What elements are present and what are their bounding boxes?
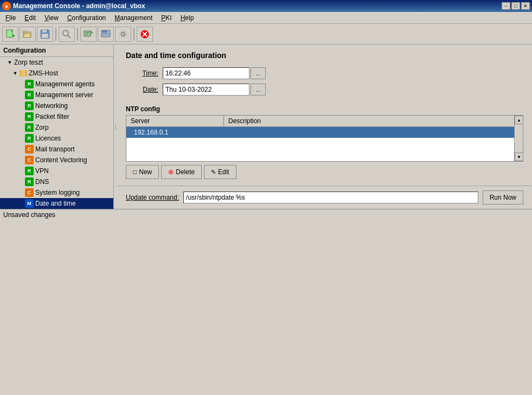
sidebar-item-mail-transport[interactable]: C Mail transport xyxy=(0,144,113,155)
content-vectoring-toggle xyxy=(16,156,25,164)
close-button[interactable]: ✕ xyxy=(521,2,530,10)
sidebar-item-system-logging[interactable]: C System logging xyxy=(0,187,113,198)
toolbar-sep-2 xyxy=(77,28,78,41)
sidebar-item-management-agents[interactable]: R Management agents xyxy=(0,79,113,90)
sidebar-item-networking[interactable]: R Networking xyxy=(0,100,113,111)
sidebar-item-dns[interactable]: R DNS xyxy=(0,176,113,187)
dns-toggle xyxy=(16,177,25,186)
networking-icon: R xyxy=(25,101,34,110)
content-vectoring-label: Content Vectoring xyxy=(35,156,87,164)
system-logging-icon: C xyxy=(25,188,34,197)
run-now-button[interactable]: Run Now xyxy=(483,190,523,205)
host-toggle[interactable]: ▼ xyxy=(11,69,20,78)
toolbar-back-btn[interactable] xyxy=(80,27,97,42)
host-label: ZMS-Host xyxy=(29,69,58,77)
edit-icon: ✎ xyxy=(211,169,216,176)
ntp-table: Server Description 192.168.0.1 ▲ xyxy=(126,115,523,162)
mail-transport-icon: C xyxy=(25,145,34,154)
menu-file[interactable]: File xyxy=(1,13,20,23)
mail-transport-toggle xyxy=(16,145,25,154)
delete-btn-label: Delete xyxy=(176,168,195,176)
ntp-table-body[interactable]: 192.168.0.1 xyxy=(126,127,523,161)
dns-label: DNS xyxy=(35,178,49,186)
edit-btn-label: Edit xyxy=(218,168,229,176)
scroll-up-btn[interactable]: ▲ xyxy=(515,116,523,124)
system-logging-toggle xyxy=(16,188,25,197)
date-input[interactable] xyxy=(163,84,249,95)
root-label: Zorp teszt xyxy=(14,59,43,66)
content-wrapper: Configuration ▼ Zorp teszt ▼ ZMS-Host R … xyxy=(0,44,532,209)
time-label: Time: xyxy=(126,69,158,77)
window-title: Management Console - admin@local_vbox xyxy=(13,2,145,10)
toolbar-search-btn[interactable] xyxy=(59,27,75,42)
zorp-toggle xyxy=(16,123,25,132)
menu-configuration[interactable]: Configuration xyxy=(63,13,110,23)
svg-point-18 xyxy=(121,33,125,36)
ntp-buttons: □ New ⊗ Delete ✎ Edit xyxy=(126,165,523,179)
dns-icon: R xyxy=(25,177,34,186)
management-server-icon: R xyxy=(25,91,34,99)
ntp-col-server: Server xyxy=(126,116,224,126)
sidebar-root[interactable]: ▼ Zorp teszt xyxy=(0,57,113,68)
minimize-button[interactable]: − xyxy=(502,2,510,10)
ntp-cell-server: 192.168.0.1 xyxy=(130,128,227,137)
vpn-label: VPN xyxy=(35,167,49,175)
status-text: Unsaved changes xyxy=(3,211,55,219)
toolbar-save-btn[interactable] xyxy=(37,27,53,42)
packet-filter-label: Packet filter xyxy=(35,113,69,120)
maximize-button[interactable]: □ xyxy=(511,2,520,10)
toolbar-open-btn[interactable] xyxy=(20,27,36,42)
delete-button[interactable]: ⊗ Delete xyxy=(161,165,202,179)
management-agents-toggle xyxy=(16,80,25,88)
sidebar-host[interactable]: ▼ ZMS-Host xyxy=(0,68,113,79)
ntp-title: NTP config xyxy=(126,105,523,113)
menu-management[interactable]: Management xyxy=(110,13,157,23)
menu-edit[interactable]: Edit xyxy=(20,13,40,23)
ntp-row[interactable]: 192.168.0.1 xyxy=(126,127,523,138)
panel-title: Date and time configuration xyxy=(126,51,523,60)
packet-filter-toggle xyxy=(16,112,25,121)
ntp-table-header: Server Description xyxy=(126,116,523,127)
sidebar-item-licences[interactable]: R Licences xyxy=(0,133,113,144)
networking-label: Networking xyxy=(35,102,68,110)
root-toggle[interactable]: ▼ xyxy=(5,58,14,67)
packet-filter-icon: R xyxy=(25,112,34,121)
menu-help[interactable]: Help xyxy=(176,13,198,23)
scroll-down-btn[interactable]: ▼ xyxy=(515,152,523,161)
menu-pki[interactable]: PKI xyxy=(157,13,176,23)
svg-marker-12 xyxy=(91,31,93,34)
date-row: Date: ... xyxy=(126,84,523,95)
networking-toggle xyxy=(16,101,25,110)
edit-button[interactable]: ✎ Edit xyxy=(204,165,236,179)
management-server-label: Management server xyxy=(35,91,93,99)
date-picker-btn[interactable]: ... xyxy=(251,84,266,95)
toolbar-sep-3 xyxy=(133,28,134,41)
toolbar-settings-btn[interactable] xyxy=(115,27,131,42)
sidebar-item-management-server[interactable]: R Management server xyxy=(0,90,113,100)
licences-label: Licences xyxy=(35,135,61,142)
toolbar-delete-btn[interactable] xyxy=(137,27,153,42)
time-input[interactable] xyxy=(163,67,249,79)
toolbar-forward-btn[interactable] xyxy=(98,27,114,42)
zorp-icon: R xyxy=(25,123,34,132)
update-command-input[interactable] xyxy=(183,192,478,203)
licences-icon: R xyxy=(25,134,34,143)
toolbar-new-btn[interactable] xyxy=(2,27,18,42)
sidebar-item-packet-filter[interactable]: R Packet filter xyxy=(0,111,113,122)
new-button[interactable]: □ New xyxy=(126,165,159,179)
menu-view[interactable]: View xyxy=(40,13,63,23)
ntp-scrollbar[interactable]: ▲ ▼ xyxy=(514,116,523,161)
management-server-toggle xyxy=(16,91,25,99)
sidebar-item-zorp[interactable]: R Zorp xyxy=(0,122,113,133)
ntp-cell-description xyxy=(227,131,523,133)
update-label: Update command: xyxy=(126,194,179,201)
sidebar-item-date-and-time[interactable]: M Date and time xyxy=(0,198,113,209)
svg-rect-16 xyxy=(102,30,107,33)
sidebar-item-content-vectoring[interactable]: C Content Vectoring xyxy=(0,155,113,165)
svg-point-19 xyxy=(120,31,126,37)
time-row: Time: ... xyxy=(126,67,523,79)
sidebar-item-vpn[interactable]: R VPN xyxy=(0,165,113,176)
time-picker-btn[interactable]: ... xyxy=(251,67,266,79)
title-bar: ● Management Console - admin@local_vbox … xyxy=(0,0,532,12)
status-bar: Unsaved changes xyxy=(0,209,532,220)
